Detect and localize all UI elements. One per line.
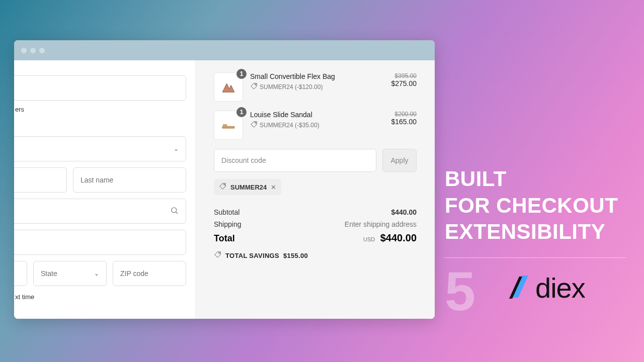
brand-logo-icon [508, 273, 530, 304]
line-item-price: $275.00 [391, 79, 417, 87]
remove-discount-button[interactable]: ✕ [271, 184, 276, 191]
discount-code-input[interactable]: Discount code [214, 149, 376, 172]
product-thumbnail: 1 [214, 111, 243, 140]
order-summary: 1 Small Convertible Flex Bag SUMMER24 (-… [196, 60, 435, 319]
tag-icon [214, 251, 221, 260]
window-minimize[interactable] [30, 48, 36, 53]
svg-point-2 [255, 84, 256, 85]
state-select[interactable]: State ⌄ [33, 261, 107, 286]
total-row: Total USD $440.00 [214, 232, 417, 244]
line-item-title: Small Convertible Flex Bag [250, 72, 384, 80]
product-thumbnail: 1 [214, 72, 243, 102]
chevron-down-icon: ⌄ [174, 145, 179, 152]
discount-placeholder: Discount code [221, 156, 266, 164]
apply-discount-button[interactable]: Apply [382, 149, 417, 172]
compare-at-price: $395.00 [391, 72, 417, 79]
window-titlebar [14, 40, 435, 60]
svg-rect-3 [222, 126, 235, 129]
save-info-fragment: xt time [15, 293, 186, 301]
zip-placeholder: ZIP code [120, 269, 148, 278]
line-item-discount: SUMMER24 (-$35.00) [250, 121, 384, 130]
apartment-field[interactable]: ) [14, 230, 186, 255]
brand-wordmark: diex [535, 272, 585, 304]
quantity-badge: 1 [236, 69, 247, 79]
tag-icon [219, 183, 226, 192]
line-item-discount: SUMMER24 (-$120.00) [250, 82, 384, 92]
svg-line-1 [176, 212, 178, 214]
subtotal-row: Subtotal $440.00 [214, 208, 417, 216]
zip-field[interactable]: ZIP code [113, 261, 186, 286]
currency-code: USD [363, 236, 375, 242]
city-field[interactable] [14, 261, 27, 286]
svg-point-6 [224, 184, 225, 185]
marketing-opt-in-fragment: ers [15, 106, 186, 113]
checkout-form: ers ⌄ Last name ) [14, 60, 196, 319]
address-field[interactable] [14, 199, 186, 224]
window-zoom[interactable] [39, 48, 45, 53]
divider [445, 257, 626, 258]
email-field[interactable] [14, 75, 186, 101]
state-placeholder: State [41, 269, 57, 278]
tag-icon [250, 121, 258, 130]
window-close[interactable] [21, 48, 27, 53]
chevron-down-icon: ⌄ [94, 270, 99, 277]
marketing-headline: BUILT FOR CHECKOUT EXTENSIBILITY [445, 166, 618, 245]
first-name-field[interactable] [14, 167, 67, 193]
checkout-content: ers ⌄ Last name ) [14, 60, 435, 319]
line-item: 1 Small Convertible Flex Bag SUMMER24 (-… [214, 72, 417, 102]
brand-lockup: diex [508, 272, 585, 304]
step-number: 5 [445, 263, 475, 319]
line-item-title: Louise Slide Sandal [250, 111, 384, 119]
tag-icon [250, 82, 258, 92]
window-controls [21, 48, 45, 53]
app-window: ers ⌄ Last name ) [14, 40, 435, 319]
line-item: 1 Louise Slide Sandal SUMMER24 (-$35.00)… [214, 111, 417, 140]
svg-point-5 [255, 122, 256, 123]
last-name-field[interactable]: Last name [73, 167, 186, 193]
total-amount: $440.00 [380, 232, 417, 243]
svg-point-7 [219, 252, 220, 253]
last-name-placeholder: Last name [80, 176, 113, 184]
shipping-row: Shipping Enter shipping address [214, 220, 417, 228]
country-select[interactable]: ⌄ [14, 136, 186, 161]
total-savings: TOTAL SAVINGS $155.00 [214, 251, 417, 260]
svg-rect-4 [223, 124, 227, 126]
line-item-price: $165.00 [391, 118, 417, 126]
quantity-badge: 1 [236, 107, 247, 117]
applied-discount-chip: SUMMER24 ✕ [214, 179, 281, 195]
compare-at-price: $200.00 [391, 111, 417, 118]
svg-point-0 [172, 208, 177, 213]
search-icon [170, 206, 179, 216]
